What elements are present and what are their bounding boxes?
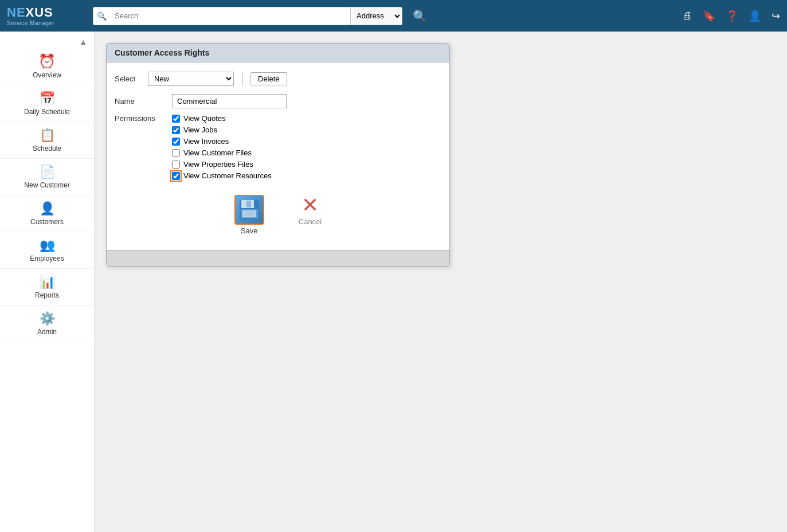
sidebar-label-employees: Employees <box>30 255 64 263</box>
view-jobs-label: View Jobs <box>183 126 217 134</box>
sidebar: ▲ ⏰ Overview 📅 Daily Schedule 📋 Schedule… <box>0 32 95 532</box>
modal-footer <box>107 250 449 266</box>
delete-button[interactable]: Delete <box>250 72 287 85</box>
sidebar-item-overview[interactable]: ⏰ Overview <box>0 48 94 85</box>
save-label: Save <box>241 226 258 235</box>
sidebar-item-daily-schedule[interactable]: 📅 Daily Schedule <box>0 85 94 122</box>
perm-view-properties-files: View Properties Files <box>172 160 272 169</box>
sidebar-item-customers[interactable]: 👤 Customers <box>0 195 94 232</box>
svg-rect-5 <box>244 212 254 216</box>
view-invoices-checkbox[interactable] <box>172 138 180 146</box>
user-icon[interactable]: 👤 <box>749 10 761 22</box>
customers-icon: 👤 <box>40 201 55 216</box>
save-button-wrap[interactable]: Save <box>234 195 264 235</box>
logout-icon[interactable]: ↪ <box>772 10 780 22</box>
perm-view-customer-files: View Customer Files <box>172 148 272 157</box>
view-properties-files-checkbox[interactable] <box>172 161 180 169</box>
sidebar-item-schedule[interactable]: 📋 Schedule <box>0 122 94 159</box>
search-type-select[interactable]: Address Customer Job Invoice <box>350 7 402 25</box>
search-submit-button[interactable]: 🔍 <box>408 9 432 23</box>
sidebar-item-admin[interactable]: ⚙️ Admin <box>0 306 94 342</box>
sidebar-item-reports[interactable]: 📊 Reports <box>0 269 94 306</box>
view-jobs-checkbox[interactable] <box>172 126 180 134</box>
name-input[interactable] <box>172 94 287 108</box>
name-label: Name <box>115 97 166 105</box>
daily-schedule-icon: 📅 <box>40 91 55 106</box>
cancel-x-icon: ✕ <box>302 195 319 216</box>
search-input[interactable] <box>110 7 350 25</box>
schedule-icon: 📋 <box>40 128 55 143</box>
view-properties-files-label: View Properties Files <box>183 160 253 169</box>
new-customer-icon: 📄 <box>40 165 55 179</box>
select-label: Select <box>115 75 143 83</box>
cancel-button-wrap[interactable]: ✕ Cancel <box>299 195 322 235</box>
permissions-label: Permissions <box>115 114 166 123</box>
save-icon <box>234 195 264 225</box>
permissions-list: View Quotes View Jobs View Invoices <box>172 114 272 180</box>
customer-access-rights-panel: Customer Access Rights Select New Commer… <box>106 43 450 267</box>
view-customer-files-checkbox[interactable] <box>172 149 180 157</box>
main-layout: ▲ ⏰ Overview 📅 Daily Schedule 📋 Schedule… <box>0 32 787 532</box>
overview-icon: ⏰ <box>38 53 56 69</box>
access-rights-select[interactable]: New Commercial Residential <box>148 72 234 86</box>
permissions-row: Permissions View Quotes View Jobs Vie <box>115 114 441 180</box>
perm-view-jobs: View Jobs <box>172 126 272 134</box>
view-invoices-label: View Invoices <box>183 137 229 146</box>
action-row: Save ✕ Cancel <box>115 186 441 241</box>
sidebar-label-overview: Overview <box>33 71 61 79</box>
logo-ne: NE <box>7 5 26 19</box>
sidebar-collapse-button[interactable]: ▲ <box>77 36 89 48</box>
sidebar-item-employees[interactable]: 👥 Employees <box>0 232 94 269</box>
perm-view-quotes: View Quotes <box>172 114 272 123</box>
sidebar-label-customers: Customers <box>30 218 64 226</box>
perm-view-customer-resources: View Customer Resources <box>172 171 272 180</box>
search-magnifier-icon: 🔍 <box>93 11 110 21</box>
sidebar-label-daily-schedule: Daily Schedule <box>24 108 70 116</box>
print-icon[interactable]: 🖨 <box>682 10 692 22</box>
divider <box>242 72 242 86</box>
view-quotes-checkbox[interactable] <box>172 115 180 123</box>
save-floppy-svg <box>238 199 260 221</box>
view-customer-resources-checkbox[interactable] <box>172 172 180 180</box>
sidebar-item-new-customer[interactable]: 📄 New Customer <box>0 159 94 195</box>
help-icon[interactable]: ❓ <box>726 10 738 22</box>
modal-title: Customer Access Rights <box>107 44 449 62</box>
content-area: Customer Access Rights Select New Commer… <box>95 32 787 532</box>
modal-body: Select New Commercial Residential Delete… <box>107 62 449 250</box>
cancel-label: Cancel <box>299 217 322 226</box>
bookmark-icon[interactable]: 🔖 <box>703 10 715 22</box>
perm-view-invoices: View Invoices <box>172 137 272 146</box>
svg-rect-2 <box>246 201 251 208</box>
select-row: Select New Commercial Residential Delete <box>115 72 441 86</box>
logo-subtitle: Service Manager <box>7 20 54 26</box>
employees-icon: 👥 <box>40 238 55 253</box>
admin-icon: ⚙️ <box>40 311 55 326</box>
sidebar-label-schedule: Schedule <box>33 144 61 152</box>
logo: NEXUS Service Manager <box>7 5 87 26</box>
view-customer-resources-label: View Customer Resources <box>183 171 272 180</box>
logo-xus: XUS <box>26 5 53 19</box>
view-quotes-label: View Quotes <box>183 114 225 123</box>
reports-icon: 📊 <box>40 275 55 290</box>
sidebar-label-admin: Admin <box>37 328 57 336</box>
search-bar: 🔍 Address Customer Job Invoice <box>93 7 402 25</box>
header-icons: 🖨 🔖 ❓ 👤 ↪ <box>682 10 780 22</box>
top-header: NEXUS Service Manager 🔍 Address Customer… <box>0 0 787 32</box>
name-row: Name <box>115 94 441 108</box>
sidebar-label-new-customer: New Customer <box>24 181 69 189</box>
view-customer-files-label: View Customer Files <box>183 148 252 157</box>
sidebar-label-reports: Reports <box>35 291 59 299</box>
